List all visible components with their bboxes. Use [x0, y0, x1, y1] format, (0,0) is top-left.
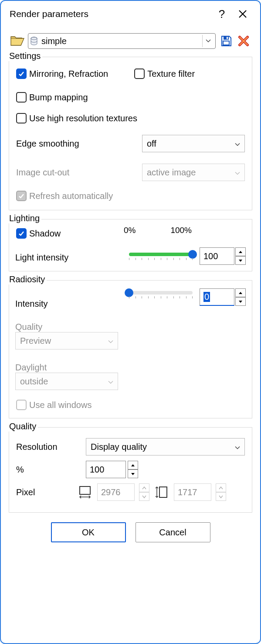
svg-rect-7 — [159, 487, 167, 497]
width-input — [97, 483, 135, 501]
light-intensity-slider[interactable] — [129, 250, 193, 262]
preset-row: simple — [10, 33, 251, 49]
slider-min-label: 0% — [124, 226, 136, 235]
highres-label: Use high resolution textures — [29, 113, 137, 123]
slider-max-label: 100% — [170, 226, 192, 235]
spin-up-button — [139, 483, 149, 492]
save-preset-button[interactable] — [219, 34, 233, 48]
height-input — [174, 483, 211, 501]
check-icon — [18, 193, 24, 199]
daylight-value: outside — [20, 377, 48, 387]
resolution-label: Resolution — [16, 442, 86, 452]
shadow-label: Shadow — [29, 229, 61, 239]
ok-label: OK — [82, 528, 95, 538]
texture-filter-checkbox[interactable] — [134, 69, 145, 79]
edge-smoothing-value: off — [147, 139, 156, 149]
svg-rect-5 — [80, 486, 90, 494]
width-icon — [76, 485, 94, 499]
spin-down-button — [139, 492, 149, 501]
chevron-down-icon — [235, 168, 240, 178]
content-area: simple Setti — [1, 24, 260, 643]
resolution-select[interactable]: Display quality — [86, 438, 245, 456]
chevron-down-icon — [108, 377, 113, 387]
radiosity-legend: Radiosity — [8, 274, 47, 284]
spin-down-button[interactable] — [235, 297, 246, 306]
cutout-label: Image cut-out — [16, 168, 142, 178]
settings-group: Settings Mirroring, Refraction Texture f… — [9, 57, 252, 210]
lighting-legend: Lighting — [8, 213, 41, 223]
edge-smoothing-label: Edge smoothing — [16, 139, 142, 149]
svg-rect-2 — [224, 36, 229, 40]
light-intensity-label: Light intensity — [15, 250, 129, 263]
chevron-down-icon — [108, 336, 113, 346]
preset-dropdown[interactable]: simple — [28, 33, 216, 49]
radiosity-group: Radiosity Intensity 0 — [9, 280, 252, 418]
light-intensity-input[interactable] — [200, 247, 234, 265]
pixel-label: Pixel — [16, 487, 73, 497]
dialog-buttons: OK Cancel — [9, 516, 252, 553]
all-windows-label: Use all windows — [29, 400, 92, 410]
open-preset-button[interactable] — [10, 35, 24, 47]
quality-legend: Quality — [8, 421, 38, 432]
radiosity-intensity-slider[interactable] — [129, 288, 193, 301]
save-icon — [220, 35, 232, 47]
check-icon — [18, 230, 24, 236]
spin-up-button[interactable] — [128, 461, 138, 469]
database-icon — [28, 37, 40, 45]
chevron-down-icon — [235, 139, 240, 149]
chevron-down-icon — [202, 35, 214, 47]
bump-checkbox[interactable] — [16, 92, 27, 103]
refresh-label: Refresh automatically — [29, 191, 113, 201]
help-icon: ? — [219, 7, 225, 21]
svg-rect-3 — [227, 37, 228, 39]
edge-smoothing-select[interactable]: off — [142, 135, 245, 152]
radiosity-quality-value: Preview — [20, 336, 51, 346]
spin-down-button — [216, 492, 226, 501]
height-icon — [153, 485, 170, 500]
all-windows-checkbox — [16, 400, 27, 410]
preset-value: simple — [40, 36, 202, 46]
titlebar: Render parameters ? — [1, 1, 260, 24]
chevron-down-icon — [235, 442, 240, 452]
ok-button[interactable]: OK — [51, 522, 126, 542]
delete-preset-button[interactable] — [237, 34, 251, 48]
quality-group: Quality Resolution Display quality % Pix… — [9, 427, 252, 513]
spin-up-button[interactable] — [235, 288, 246, 297]
help-button[interactable]: ? — [211, 5, 232, 23]
cancel-label: Cancel — [159, 528, 186, 538]
folder-icon — [10, 35, 24, 47]
highres-checkbox[interactable] — [16, 113, 27, 123]
settings-legend: Settings — [8, 51, 42, 61]
cancel-button[interactable]: Cancel — [136, 522, 210, 542]
dialog-title: Render parameters — [10, 9, 211, 19]
lighting-group: Lighting Shadow 0% 100% — [9, 219, 252, 271]
dialog-window: Render parameters ? simple — [0, 0, 261, 644]
radiosity-quality-label: Quality — [15, 322, 246, 332]
radiosity-intensity-value: 0 — [203, 292, 210, 302]
percent-label: % — [16, 465, 86, 475]
spin-up-button — [216, 483, 226, 492]
check-icon — [18, 71, 24, 77]
daylight-label: Daylight — [15, 363, 246, 373]
close-button[interactable] — [232, 5, 253, 23]
radiosity-intensity-input[interactable]: 0 — [200, 288, 234, 306]
spin-down-button[interactable] — [128, 469, 138, 478]
mirroring-checkbox[interactable] — [16, 69, 27, 79]
refresh-checkbox — [16, 191, 27, 201]
spin-down-button[interactable] — [235, 256, 246, 265]
daylight-select: outside — [15, 373, 118, 390]
mirroring-label: Mirroring, Refraction — [29, 69, 108, 79]
resolution-value: Display quality — [91, 442, 147, 452]
shadow-checkbox[interactable] — [16, 228, 27, 239]
radiosity-intensity-label: Intensity — [15, 288, 129, 309]
spin-up-button[interactable] — [235, 247, 246, 256]
radiosity-quality-select: Preview — [15, 332, 118, 349]
delete-icon — [237, 35, 250, 47]
bump-label: Bump mapping — [29, 92, 88, 103]
close-icon — [238, 10, 247, 18]
texture-filter-label: Texture filter — [147, 69, 195, 79]
cutout-select: active image — [142, 164, 245, 181]
cutout-value: active image — [147, 168, 196, 178]
percent-input[interactable] — [86, 461, 126, 478]
